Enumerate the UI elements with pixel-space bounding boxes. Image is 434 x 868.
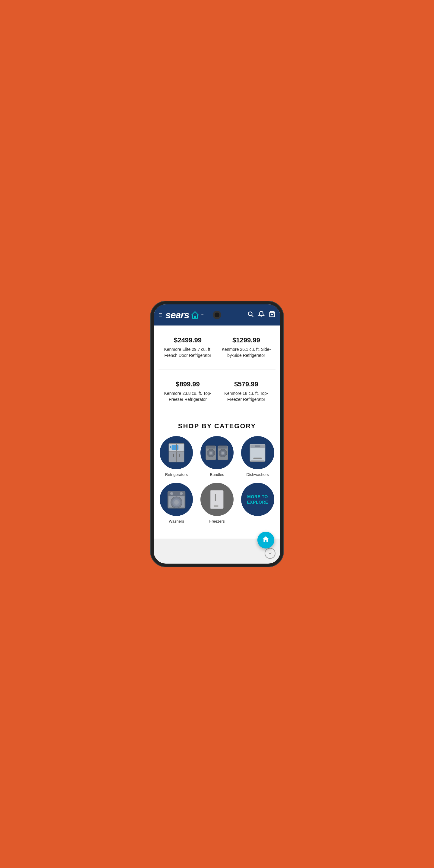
logo-tm: ™ [200, 313, 204, 317]
category-circle-washers [160, 483, 193, 516]
category-label-bundles: Bundles [210, 472, 224, 477]
product-grid-row2: $899.99 Kenmore 23.8 cu. ft. Top-Freezer… [154, 370, 280, 413]
camera-lens [215, 313, 219, 317]
product-card-0[interactable]: $2499.99 Kenmore Elite 29.7 cu. ft. Fren… [158, 332, 217, 363]
svg-rect-27 [253, 458, 261, 459]
category-label-refrigerators: Refrigerators [165, 472, 188, 477]
category-circle-more: MORE TOEXPLORE [241, 483, 274, 516]
bundles-svg [204, 440, 230, 466]
cart-icon[interactable] [269, 311, 276, 319]
svg-point-35 [174, 500, 179, 504]
svg-rect-40 [215, 494, 216, 501]
logo-text: sears [165, 310, 189, 321]
svg-rect-22 [207, 446, 216, 449]
svg-point-2 [248, 312, 252, 316]
svg-rect-8 [172, 445, 179, 450]
product-card-1[interactable]: $1299.99 Kenmore 26.1 cu. ft. Side-by-Si… [217, 332, 276, 363]
product-card-3[interactable]: $579.99 Kenmore 18 cu. ft. Top-Freezer R… [217, 375, 276, 407]
svg-rect-12 [179, 454, 180, 457]
svg-rect-1 [194, 316, 196, 318]
product-price-1: $1299.99 [219, 336, 273, 344]
product-grid-row1: $2499.99 Kenmore Elite 29.7 cu. ft. Fren… [154, 326, 280, 369]
category-grid-row2: Washers [154, 483, 280, 538]
product-price-3: $579.99 [219, 380, 273, 388]
product-name-0: Kenmore Elite 29.7 cu. ft. French Door R… [161, 347, 215, 358]
menu-icon[interactable]: ≡ [158, 311, 162, 319]
search-icon[interactable] [247, 311, 254, 319]
category-dishwashers[interactable]: Dishwashers [240, 436, 276, 477]
header-icons [247, 311, 276, 319]
category-label-washers: Washers [169, 519, 184, 524]
category-bundles[interactable]: Bundles [199, 436, 235, 477]
more-explore-text: MORE TOEXPLORE [244, 492, 270, 507]
category-label-dishwashers: Dishwashers [246, 472, 269, 477]
svg-point-17 [210, 452, 212, 455]
shop-by-category-title: SHOP BY CATEGORY [154, 413, 280, 436]
product-name-3: Kenmore 18 cu. ft. Top-Freezer Refrigera… [219, 391, 273, 402]
svg-point-36 [170, 492, 173, 495]
washer-svg [164, 487, 189, 513]
category-grid-row1: Refrigerators [154, 436, 280, 483]
logo-house-icon [190, 310, 200, 320]
product-name-1: Kenmore 26.1 cu. ft. Side-by-Side Refrig… [219, 347, 273, 358]
notification-icon[interactable] [258, 311, 265, 319]
category-freezers[interactable]: Freezers [199, 483, 235, 524]
svg-rect-13 [170, 446, 171, 448]
product-card-2[interactable]: $899.99 Kenmore 23.8 cu. ft. Top-Freezer… [158, 375, 217, 407]
category-circle-freezers [200, 483, 234, 516]
category-washers[interactable]: Washers [158, 483, 194, 524]
product-name-2: Kenmore 23.8 cu. ft. Top-Freezer Refrige… [161, 391, 215, 402]
category-refrigerators[interactable]: Refrigerators [158, 436, 194, 477]
svg-rect-29 [251, 460, 264, 461]
svg-rect-42 [214, 505, 218, 507]
category-circle-dishwashers [241, 436, 274, 469]
category-more[interactable]: MORE TOEXPLORE [240, 483, 276, 524]
svg-point-21 [221, 452, 224, 455]
refrigerator-svg [164, 440, 189, 466]
main-content: $2499.99 Kenmore Elite 29.7 cu. ft. Fren… [154, 326, 280, 538]
product-price-2: $899.99 [161, 380, 215, 388]
dishwasher-svg [245, 440, 270, 466]
category-circle-refrigerators [160, 436, 193, 469]
floating-home-button[interactable] [257, 532, 274, 549]
category-label-freezers: Freezers [209, 519, 224, 524]
svg-line-3 [252, 315, 253, 317]
logo: sears ™ [165, 310, 247, 321]
camera [213, 311, 221, 319]
floating-home-icon [262, 535, 270, 545]
category-circle-bundles [200, 436, 234, 469]
svg-rect-28 [255, 445, 260, 447]
header: ≡ sears ™ [154, 304, 280, 326]
svg-point-37 [180, 492, 183, 495]
scroll-down-indicator[interactable] [265, 548, 276, 559]
freezer-svg [204, 487, 230, 513]
svg-rect-23 [218, 446, 227, 449]
product-price-0: $2499.99 [161, 336, 215, 344]
svg-rect-11 [173, 454, 174, 457]
